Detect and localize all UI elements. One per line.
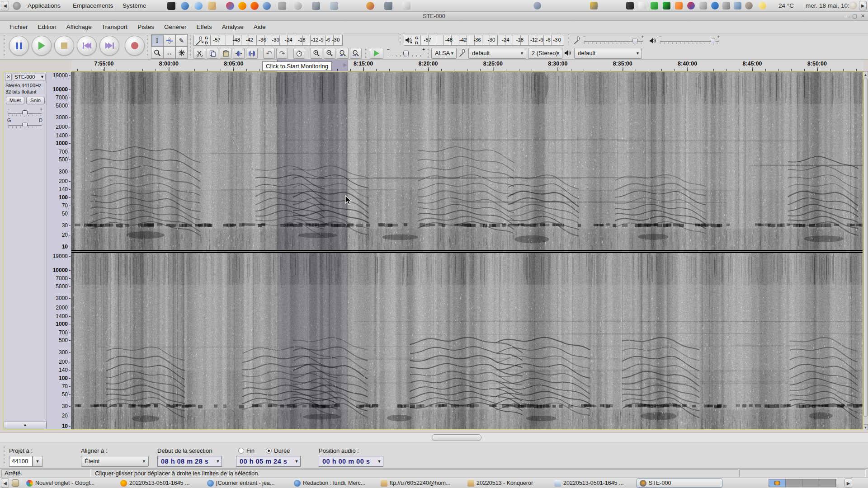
session-icon[interactable] xyxy=(849,1,857,9)
selection-region-left-channel[interactable] xyxy=(277,72,348,250)
pen-tablet-icon[interactable] xyxy=(734,2,741,9)
track-gain-slider[interactable]: −+ xyxy=(8,109,42,117)
device-toolbar-grip[interactable] xyxy=(428,48,430,58)
workspace-1[interactable] xyxy=(769,479,786,487)
draw-tool-button[interactable]: ✎ xyxy=(175,34,188,47)
project-rate-arrow[interactable]: ▼ xyxy=(33,456,42,467)
panel-menu-emplacements[interactable]: Emplacements xyxy=(69,0,117,11)
zoom-out-button[interactable] xyxy=(324,48,335,59)
track-collapse-button[interactable]: ▲ xyxy=(4,422,47,428)
panel-left-arrow-button[interactable]: ◀ xyxy=(1,1,9,10)
solo-button[interactable]: Solo xyxy=(26,97,45,104)
menu-edition[interactable]: Edition xyxy=(33,22,61,32)
spectrogram-channel-right[interactable] xyxy=(71,253,863,429)
panel-menu-applications[interactable]: Applications xyxy=(24,0,65,11)
menu-ge-ne-rer[interactable]: Générer xyxy=(159,22,192,32)
undo-button[interactable]: ↶ xyxy=(263,48,275,59)
taskbar-item-ste-000[interactable]: STE-000 xyxy=(637,479,722,488)
thunderbird-icon[interactable] xyxy=(181,2,189,10)
selection-right-arrow-icon[interactable]: ▶ xyxy=(344,62,347,68)
radio-icon[interactable] xyxy=(238,448,244,454)
epiphany-icon[interactable] xyxy=(263,2,271,10)
close-button[interactable]: ✕ xyxy=(859,13,866,19)
playback-volume-slider[interactable]: −+ xyxy=(660,37,719,44)
menu-fichier[interactable]: Fichier xyxy=(5,22,33,32)
vertical-scrollbar[interactable]: ▲ ▼ xyxy=(863,71,868,430)
menu-analyse[interactable]: Analyse xyxy=(217,22,249,32)
playback-meter-grip[interactable] xyxy=(400,34,402,45)
play-button[interactable] xyxy=(32,36,52,56)
menu-effets[interactable]: Effets xyxy=(191,22,217,32)
screen-ruler-icon[interactable] xyxy=(590,2,598,9)
mute-button[interactable]: Muet xyxy=(6,97,24,104)
media-player-icon[interactable] xyxy=(533,2,541,9)
oscilloscope-icon[interactable] xyxy=(663,2,670,9)
playback-device-select[interactable]: default▼ xyxy=(574,48,642,59)
selection-tool-button[interactable]: I xyxy=(151,34,163,47)
workspace-3[interactable] xyxy=(802,479,819,487)
recording-meter[interactable]: ▼ GD -57-48-42-36-30-24-18-12-9-6-30 xyxy=(193,35,343,46)
palette-icon[interactable] xyxy=(366,2,374,10)
meter-dropdown-arrow[interactable]: ▼ xyxy=(410,41,413,44)
weather-icon[interactable] xyxy=(759,2,766,9)
zoom-in-button[interactable] xyxy=(311,48,322,59)
panel-right-arrow-button[interactable]: ▶ xyxy=(859,1,867,10)
playback-meter[interactable]: ▼ GD -57-48-42-36-30-24-18-12-9-6-30 xyxy=(404,35,564,46)
radio-icon[interactable] xyxy=(266,448,272,454)
recording-device-select[interactable]: default▼ xyxy=(468,48,526,59)
film-slate-icon[interactable] xyxy=(626,2,634,9)
menu-transport[interactable]: Transport xyxy=(97,22,132,32)
firefox-icon[interactable] xyxy=(238,2,246,10)
fit-selection-button[interactable] xyxy=(337,48,349,59)
mixer-toolbar-grip[interactable] xyxy=(568,34,570,45)
taskbar-left-arrow-button[interactable]: ◀ xyxy=(1,479,9,488)
multi-tool-button[interactable] xyxy=(175,47,188,59)
firefox-beta-icon[interactable] xyxy=(250,2,259,10)
track-close-button[interactable]: ✕ xyxy=(5,74,12,80)
meter-dropdown-arrow[interactable]: ▼ xyxy=(201,41,204,44)
host-select[interactable]: ALSA▼ xyxy=(431,48,457,59)
taskbar-item-nouvel-onglet-googl[interactable]: Nouvel onglet - Googl... xyxy=(24,479,109,488)
zoom-tool-button[interactable] xyxy=(151,47,163,59)
horizontal-scrollbar[interactable] xyxy=(0,432,868,442)
menu-pistes[interactable]: Pistes xyxy=(132,22,159,32)
silence-audio-button[interactable] xyxy=(246,48,258,59)
playback-speed-slider[interactable]: −+ xyxy=(388,50,424,57)
selection-region-right-channel[interactable] xyxy=(277,253,348,429)
toggle-switch-icon[interactable] xyxy=(638,2,646,9)
spectrogram-channel-left[interactable] xyxy=(71,72,863,250)
taskbar-right-arrow-button[interactable]: ▶ xyxy=(844,479,852,488)
gamepad-icon[interactable] xyxy=(384,2,392,10)
tools-icon[interactable] xyxy=(699,2,707,9)
copy-button[interactable] xyxy=(207,48,218,59)
gray-app-icon[interactable] xyxy=(278,2,286,10)
selection-length-radio[interactable]: Durée xyxy=(266,447,290,454)
play-at-speed-button[interactable] xyxy=(370,48,383,59)
workspace-4[interactable] xyxy=(819,479,836,487)
web-globe-icon[interactable] xyxy=(194,2,203,10)
audio-position-field[interactable]: 00 h 00 m 00 s▼ xyxy=(319,456,383,467)
transcription-toolbar-grip[interactable] xyxy=(365,48,368,58)
transport-toolbar-grip[interactable] xyxy=(4,35,6,57)
selection-start-field[interactable]: 08 h 08 m 28 s▼ xyxy=(157,456,222,467)
timeshift-tool-button[interactable]: ↔ xyxy=(163,47,175,59)
chrome-icon[interactable] xyxy=(226,2,234,10)
scroll-up-arrow[interactable]: ▲ xyxy=(863,71,868,77)
track-control-panel[interactable]: ✕ STE-000▼ Stéréo,44100Hz 32 bits flotta… xyxy=(4,72,47,429)
track-pan-slider[interactable]: G D xyxy=(8,121,42,128)
taskbar-item-ftp-u76052240-hom[interactable]: ftp://u76052240@hom... xyxy=(378,479,464,488)
scroll-down-arrow[interactable]: ▼ xyxy=(863,424,868,430)
taskbar-item-20220513-0501-1645[interactable]: 20220513-0501-1645 ... xyxy=(118,479,203,488)
camera-icon[interactable] xyxy=(312,2,320,10)
gimp-icon[interactable] xyxy=(745,2,753,9)
window-titlebar[interactable]: STE-000 ─ ▢ ✕ xyxy=(0,12,868,21)
selection-length-field[interactable]: 00 h 05 m 24 s▼ xyxy=(236,456,301,467)
panel-menu-syste-me[interactable]: Système xyxy=(118,0,151,11)
vlc-cone-icon[interactable] xyxy=(675,2,683,9)
skip-to-start-button[interactable] xyxy=(77,36,97,56)
workspace-2[interactable] xyxy=(786,479,802,487)
menu-affichage[interactable]: Affichage xyxy=(61,22,97,32)
minimize-button[interactable]: ─ xyxy=(843,13,850,19)
snap-to-select[interactable]: Éteint▼ xyxy=(81,456,149,467)
workspace-switcher[interactable] xyxy=(769,479,836,487)
